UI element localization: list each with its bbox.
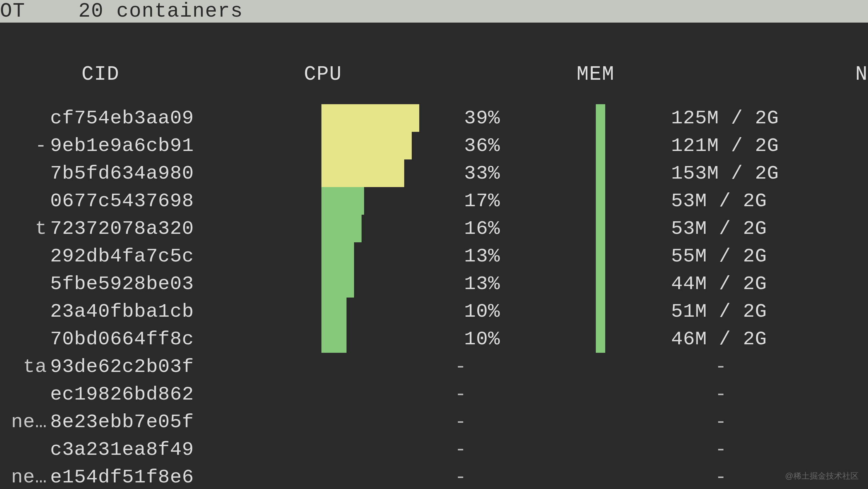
container-id: cf754eb3aa09 <box>50 107 304 129</box>
col-cpu-header[interactable]: CPU <box>304 63 577 86</box>
cpu-bar <box>321 160 404 187</box>
container-id: 70bd0664ff8c <box>50 328 304 350</box>
mem-bar-track <box>596 242 621 270</box>
mem-bar <box>596 242 605 270</box>
table-row[interactable]: 7b5fd634a98033%153M / 2G <box>0 160 868 187</box>
cpu-cell: 13% <box>304 270 577 297</box>
cpu-bar <box>321 215 362 242</box>
row-name-fragment: ne… <box>0 411 50 433</box>
cpu-bar <box>321 104 419 132</box>
container-count: 20 containers <box>79 0 868 23</box>
cpu-cell: 13% <box>304 242 577 270</box>
mem-value: - <box>577 383 727 405</box>
cpu-value: 36% <box>464 135 508 157</box>
mem-value: - <box>577 438 727 461</box>
cpu-value: 13% <box>464 245 508 267</box>
table-row[interactable]: 292db4fa7c5c13%55M / 2G <box>0 242 868 270</box>
table-header: CID CPU MEM N <box>0 23 868 92</box>
col-mem-header[interactable]: MEM <box>577 63 849 86</box>
table-row[interactable]: ne…e154df51f8e6-- <box>0 463 868 489</box>
container-rows: cf754eb3aa0939%125M / 2G-9eb1e9a6cb9136%… <box>0 92 868 489</box>
mem-cell: 153M / 2G <box>577 160 850 187</box>
cpu-value: - <box>304 438 467 461</box>
table-row[interactable]: c3a231ea8f49-- <box>0 436 868 463</box>
cpu-bar-track <box>321 325 456 353</box>
mem-bar-track <box>596 160 621 187</box>
cpu-value: 39% <box>464 107 508 129</box>
cpu-cell: 33% <box>304 160 577 187</box>
mem-bar-track <box>596 132 621 160</box>
status-bar: OT 20 containers <box>0 0 868 23</box>
table-row[interactable]: 5fbe5928be0313%44M / 2G <box>0 270 868 297</box>
cpu-bar <box>321 187 364 215</box>
mem-bar <box>596 325 605 353</box>
mem-cell: - <box>577 411 850 433</box>
cpu-bar <box>321 242 354 270</box>
table-row[interactable]: 70bd0664ff8c10%46M / 2G <box>0 325 868 353</box>
cpu-bar <box>321 297 346 325</box>
col-next-header[interactable]: N <box>849 63 868 86</box>
cpu-cell: - <box>304 383 577 405</box>
cpu-value: 33% <box>464 162 508 184</box>
cpu-cell: - <box>304 355 577 378</box>
mem-cell: 125M / 2G <box>577 104 850 132</box>
cpu-bar-track <box>321 187 456 215</box>
table-row[interactable]: cf754eb3aa0939%125M / 2G <box>0 104 868 132</box>
container-id: 9eb1e9a6cb91 <box>50 135 304 157</box>
cpu-value: 10% <box>464 300 508 323</box>
container-id: 8e23ebb7e05f <box>50 411 304 433</box>
container-id: 7b5fd634a980 <box>50 162 304 184</box>
cpu-bar-track <box>321 104 456 132</box>
col-cid-header[interactable]: CID <box>50 63 304 86</box>
mem-bar <box>596 270 605 297</box>
mem-value: 44M / 2G <box>630 273 767 295</box>
table-row[interactable]: ne…8e23ebb7e05f-- <box>0 408 868 436</box>
mem-bar <box>596 297 605 325</box>
container-id: 93de62c2b03f <box>50 355 304 378</box>
mem-value: 53M / 2G <box>630 218 767 240</box>
cpu-value: - <box>304 383 467 405</box>
table-row[interactable]: -9eb1e9a6cb9136%121M / 2G <box>0 132 868 160</box>
cpu-cell: 17% <box>304 187 577 215</box>
mem-bar <box>596 132 605 160</box>
row-name-fragment: t <box>0 218 50 240</box>
table-row[interactable]: ec19826bd862-- <box>0 380 868 408</box>
mem-cell: 55M / 2G <box>577 242 850 270</box>
cpu-value: 13% <box>464 273 508 295</box>
row-name-fragment: ta <box>0 355 50 378</box>
table-row[interactable]: ta93de62c2b03f-- <box>0 353 868 380</box>
row-name-fragment: ne… <box>0 466 50 488</box>
table-row[interactable]: 0677c543769817%53M / 2G <box>0 187 868 215</box>
mem-bar-track <box>596 297 621 325</box>
mem-value: - <box>577 411 727 433</box>
mem-cell: 121M / 2G <box>577 132 850 160</box>
cpu-bar-track <box>321 270 456 297</box>
container-id: 0677c5437698 <box>50 190 304 212</box>
container-id: 292db4fa7c5c <box>50 245 304 267</box>
cpu-value: - <box>304 466 467 488</box>
cpu-value: 17% <box>464 190 508 212</box>
cpu-cell: 10% <box>304 325 577 353</box>
mem-cell: 53M / 2G <box>577 187 850 215</box>
container-id: 23a40fbba1cb <box>50 300 304 323</box>
mem-value: - <box>577 355 727 378</box>
mem-value: 121M / 2G <box>630 135 779 157</box>
cpu-bar <box>321 132 412 160</box>
cpu-cell: - <box>304 438 577 461</box>
cpu-bar-track <box>321 132 456 160</box>
mem-value: 55M / 2G <box>630 245 767 267</box>
table-row[interactable]: t72372078a32016%53M / 2G <box>0 215 868 242</box>
cpu-value: 10% <box>464 328 508 350</box>
mem-value: 46M / 2G <box>630 328 767 350</box>
cpu-cell: 10% <box>304 297 577 325</box>
mem-value: 53M / 2G <box>630 190 767 212</box>
cpu-bar <box>321 325 346 353</box>
table-row[interactable]: 23a40fbba1cb10%51M / 2G <box>0 297 868 325</box>
cpu-cell: 16% <box>304 215 577 242</box>
mem-bar <box>596 104 605 132</box>
cpu-cell: 36% <box>304 132 577 160</box>
mem-cell: - <box>577 383 850 405</box>
cpu-value: - <box>304 411 467 433</box>
cpu-value: - <box>304 355 467 378</box>
mem-bar <box>596 187 605 215</box>
